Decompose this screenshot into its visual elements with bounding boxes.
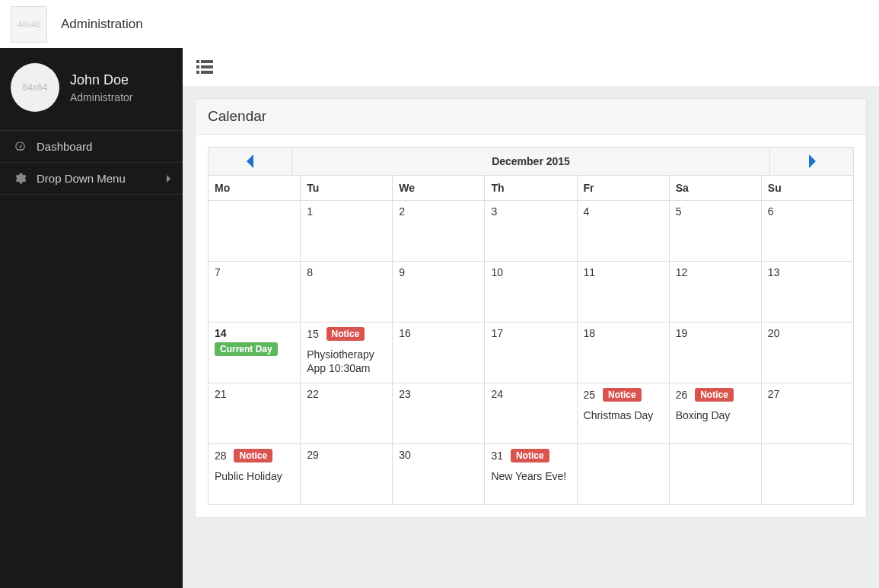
calendar-cell[interactable]: 13 [761, 262, 853, 323]
sidebar: 64x64 John Doe Administrator Dashboard [0, 48, 183, 588]
day-number: 13 [768, 266, 847, 278]
day-number: 27 [768, 388, 847, 400]
toolbar [183, 48, 879, 86]
day-number: 6 [768, 205, 847, 218]
svg-rect-3 [201, 65, 213, 68]
panel-title: Calendar [196, 99, 866, 135]
sidebar-item-label: Dashboard [37, 140, 92, 153]
day-number: 31 [491, 450, 503, 462]
calendar-cell[interactable]: 5 [669, 201, 761, 262]
event-text: Christmas Day [584, 408, 663, 422]
profile-block: 64x64 John Doe Administrator [0, 48, 183, 130]
calendar-cell[interactable]: 12 [669, 262, 761, 323]
calendar-next-button[interactable] [769, 148, 853, 175]
calendar-cell[interactable]: 25 Notice Christmas Day [577, 383, 669, 444]
calendar-cell[interactable]: 30 [393, 444, 485, 505]
day-number: 1 [307, 205, 386, 218]
calendar-cell[interactable]: 27 [761, 383, 853, 444]
topbar: 48x48 Administration [0, 0, 879, 48]
calendar-cell[interactable]: 31 Notice New Years Eve! [485, 444, 577, 505]
calendar-cell[interactable]: 24 [485, 383, 577, 444]
day-number: 25 [584, 389, 596, 401]
dow-mo: Mo [209, 176, 301, 201]
day-number: 21 [215, 388, 294, 400]
sidebar-item-dropdown[interactable]: Drop Down Menu [0, 163, 183, 194]
calendar-cell[interactable]: 4 [577, 201, 669, 262]
notice-badge: Notice [511, 449, 549, 462]
notice-badge: Notice [234, 449, 272, 462]
day-number: 18 [584, 327, 663, 339]
day-number: 19 [676, 327, 755, 339]
svg-rect-0 [196, 60, 199, 63]
calendar-cell[interactable] [669, 444, 761, 505]
calendar-cell[interactable]: 29 [301, 444, 393, 505]
sidebar-nav: Dashboard Drop Down Menu [0, 130, 183, 195]
day-number: 28 [215, 450, 227, 462]
calendar-cell[interactable]: 28 Notice Public Holiday [209, 444, 301, 505]
day-number: 24 [491, 388, 570, 400]
calendar-cell[interactable]: 22 [301, 383, 393, 444]
day-number: 14 [215, 327, 227, 339]
event-text: New Years Eve! [491, 469, 570, 483]
calendar-cell[interactable]: 9 [393, 262, 485, 323]
menu-toggle-icon[interactable] [196, 60, 213, 74]
main-content: Calendar December 2015 [183, 48, 879, 588]
day-number: 15 [307, 328, 319, 340]
calendar-cell[interactable]: 11 [577, 262, 669, 323]
calendar-cell[interactable]: 20 [761, 323, 853, 383]
calendar-prev-button[interactable] [209, 148, 292, 175]
calendar-cell[interactable]: 26 Notice Boxing Day [669, 383, 761, 444]
calendar-cell-today[interactable]: 14 Current Day [209, 323, 301, 383]
day-number: 3 [491, 205, 570, 218]
day-number: 11 [584, 266, 663, 278]
calendar-cell[interactable]: 3 [485, 201, 577, 262]
svg-rect-5 [201, 71, 213, 74]
svg-rect-4 [196, 71, 199, 74]
day-number: 16 [399, 327, 478, 339]
notice-badge: Notice [326, 327, 365, 341]
dow-sa: Sa [669, 176, 761, 201]
calendar-month-title: December 2015 [292, 148, 769, 175]
sidebar-item-dashboard[interactable]: Dashboard [0, 131, 183, 162]
gear-icon [12, 172, 27, 185]
day-number: 5 [676, 205, 755, 218]
calendar-cell[interactable]: 6 [761, 201, 853, 262]
calendar-cell[interactable] [577, 444, 669, 505]
calendar-cell[interactable]: 2 [393, 201, 485, 262]
dashboard-icon [12, 140, 27, 153]
calendar-cell[interactable]: 15 Notice Physiotherapy App 10:30am [301, 323, 393, 383]
calendar-cell[interactable]: 16 [393, 323, 485, 383]
day-number: 20 [768, 327, 847, 339]
sidebar-item-label: Drop Down Menu [37, 172, 126, 185]
svg-rect-2 [196, 65, 199, 68]
day-number: 8 [307, 266, 386, 278]
svg-rect-1 [201, 60, 213, 63]
calendar-header: December 2015 [208, 147, 854, 175]
calendar-cell[interactable]: 21 [209, 383, 301, 444]
calendar-cell[interactable]: 8 [301, 262, 393, 323]
calendar-cell[interactable]: 17 [485, 323, 577, 383]
day-number: 7 [215, 266, 294, 278]
day-number: 26 [676, 389, 688, 401]
day-number: 22 [307, 388, 386, 400]
dow-th: Th [485, 176, 577, 201]
day-number: 4 [584, 205, 663, 218]
event-text: Public Holiday [215, 469, 294, 483]
dow-tu: Tu [301, 176, 393, 201]
calendar-cell[interactable]: 18 [577, 323, 669, 383]
current-day-badge: Current Day [215, 342, 278, 356]
event-text: Physiotherapy App 10:30am [307, 348, 386, 375]
day-number: 9 [399, 266, 478, 278]
calendar-cell[interactable] [209, 201, 301, 262]
user-role: Administrator [70, 91, 132, 103]
day-number: 23 [399, 388, 478, 400]
calendar-cell[interactable] [761, 444, 853, 505]
calendar-cell[interactable]: 23 [393, 383, 485, 444]
calendar-cell[interactable]: 10 [485, 262, 577, 323]
calendar-cell[interactable]: 19 [669, 323, 761, 383]
day-number: 12 [676, 266, 755, 278]
dow-su: Su [761, 176, 853, 201]
app-title: Administration [61, 17, 143, 32]
calendar-cell[interactable]: 7 [209, 262, 301, 323]
calendar-cell[interactable]: 1 [301, 201, 393, 262]
